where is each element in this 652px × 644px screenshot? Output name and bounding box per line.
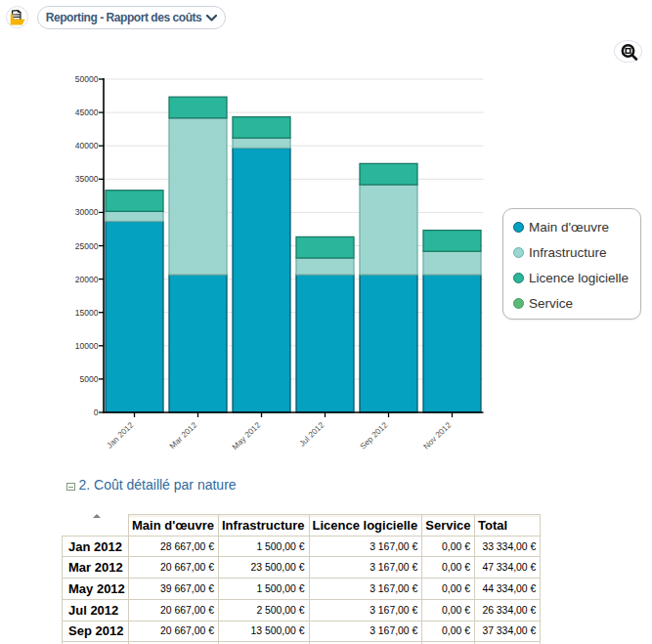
svg-text:45000: 45000 — [75, 107, 99, 117]
svg-text:Mar 2012: Mar 2012 — [167, 419, 198, 451]
svg-text:50000: 50000 — [75, 74, 99, 84]
svg-text:30000: 30000 — [75, 207, 99, 217]
svg-text:25000: 25000 — [75, 241, 99, 251]
svg-text:10000: 10000 — [75, 341, 99, 351]
svg-text:20000: 20000 — [75, 275, 99, 284]
svg-text:0: 0 — [94, 408, 99, 417]
svg-text:5000: 5000 — [80, 374, 99, 384]
svg-text:40000: 40000 — [75, 141, 99, 150]
svg-text:35000: 35000 — [75, 174, 99, 184]
svg-text:15000: 15000 — [75, 308, 99, 318]
svg-text:Nov 2012: Nov 2012 — [421, 419, 454, 451]
svg-text:Sep 2012: Sep 2012 — [358, 419, 390, 451]
svg-text:Jan 2012: Jan 2012 — [105, 419, 136, 450]
svg-text:May 2012: May 2012 — [230, 419, 262, 451]
svg-text:Jul 2012: Jul 2012 — [297, 419, 326, 448]
